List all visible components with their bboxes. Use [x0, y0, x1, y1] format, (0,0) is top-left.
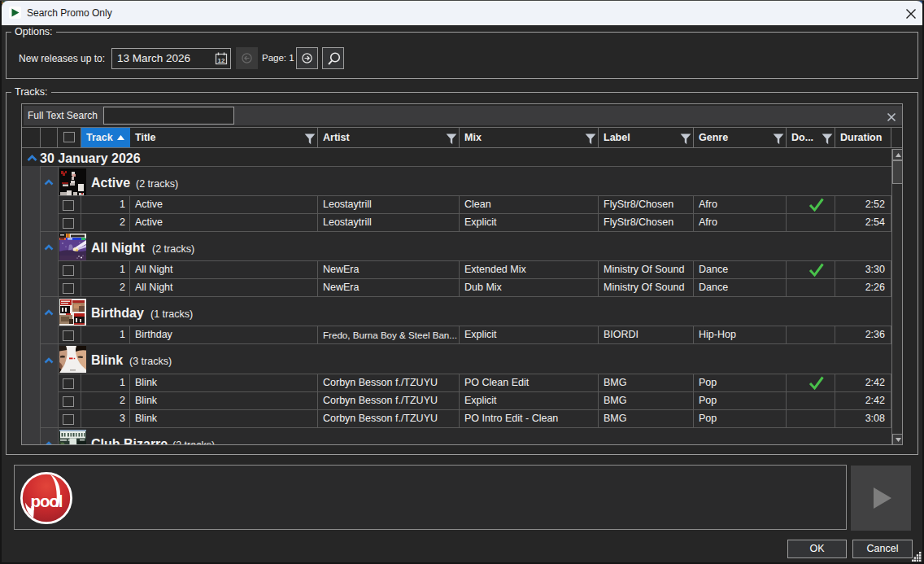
svg-text:12: 12	[218, 57, 225, 64]
